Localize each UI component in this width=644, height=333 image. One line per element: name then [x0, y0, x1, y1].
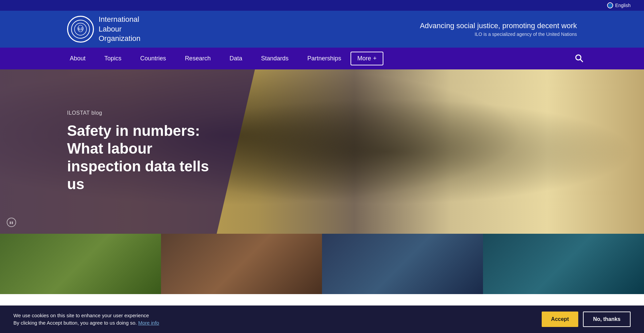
ilo-logo: ILO — [67, 16, 94, 43]
nav-more-label: More — [357, 55, 371, 62]
thumbnail-3[interactable] — [322, 234, 483, 294]
hero-content[interactable]: ILOSTAT blog Safety in numbers: What lab… — [0, 69, 255, 234]
nav-items: About Topics Countries Research Data Sta… — [60, 48, 564, 69]
nav-item-about[interactable]: About — [60, 48, 95, 69]
nav-item-research[interactable]: Research — [175, 48, 220, 69]
svg-line-5 — [580, 59, 583, 62]
search-button[interactable] — [564, 48, 584, 69]
pause-icon: ▮▮ — [9, 221, 13, 224]
cookie-text-line2: By clicking the Accept button, you agree… — [13, 319, 159, 327]
nav-more-icon: + — [373, 55, 377, 62]
header-tagline: Advancing social justice, promoting dece… — [420, 21, 577, 37]
hero-title: Safety in numbers: What labour inspectio… — [67, 122, 221, 193]
slide-indicator[interactable]: ▮▮ — [7, 218, 16, 227]
sub-tagline: ILO is a specialized agency of the Unite… — [420, 32, 577, 37]
nav-item-data[interactable]: Data — [220, 48, 252, 69]
nav-more-button[interactable]: More + — [351, 52, 383, 65]
logo-area[interactable]: ILO International Labour Organization — [67, 15, 141, 44]
thumbnail-1[interactable] — [0, 234, 161, 294]
nav-item-partnerships[interactable]: Partnerships — [298, 48, 351, 69]
search-icon — [574, 53, 584, 64]
thumbnail-row — [0, 234, 644, 294]
language-label: English — [615, 3, 631, 8]
thumbnail-4[interactable] — [483, 234, 644, 294]
hero-section: ILOSTAT blog Safety in numbers: What lab… — [0, 69, 644, 234]
globe-icon: 🌐 — [607, 2, 613, 8]
thumbnail-2[interactable] — [161, 234, 322, 294]
accept-cookies-button[interactable]: Accept — [542, 312, 578, 327]
svg-point-4 — [576, 55, 581, 60]
cookie-text: We use cookies on this site to enhance y… — [13, 312, 159, 327]
nav-item-standards[interactable]: Standards — [252, 48, 298, 69]
site-header: ILO International Labour Organization Ad… — [0, 11, 644, 48]
nav-item-topics[interactable]: Topics — [95, 48, 131, 69]
org-name: International Labour Organization — [99, 15, 141, 44]
cookie-text-line1: We use cookies on this site to enhance y… — [13, 312, 159, 320]
main-tagline: Advancing social justice, promoting dece… — [420, 21, 577, 30]
cookie-buttons: Accept No, thanks — [542, 312, 631, 327]
hero-category: ILOSTAT blog — [67, 110, 221, 116]
nav-item-countries[interactable]: Countries — [131, 48, 175, 69]
main-nav: About Topics Countries Research Data Sta… — [0, 48, 644, 69]
top-bar: 🌐 English — [0, 0, 644, 11]
cookie-more-info-link[interactable]: More info — [138, 320, 159, 326]
language-selector[interactable]: 🌐 English — [607, 2, 631, 8]
svg-text:ILO: ILO — [78, 27, 84, 31]
cookie-banner: We use cookies on this site to enhance y… — [0, 306, 644, 333]
decline-cookies-button[interactable]: No, thanks — [583, 312, 631, 327]
